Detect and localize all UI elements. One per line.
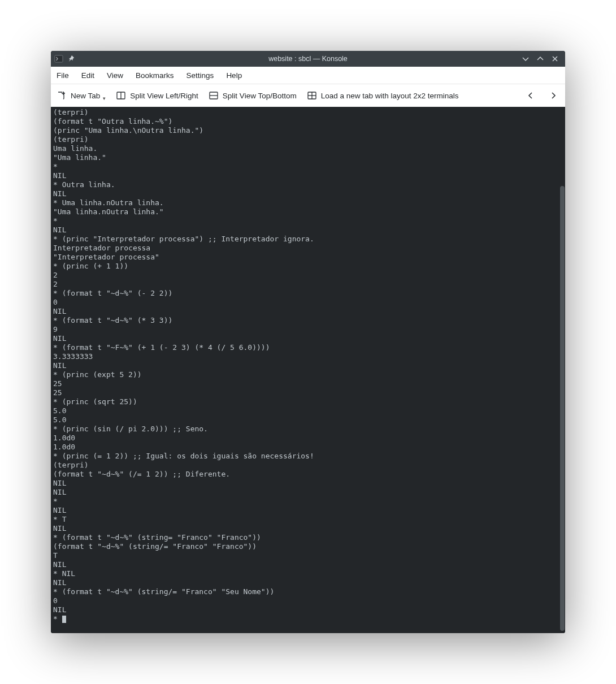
scrollbar-thumb[interactable] bbox=[560, 186, 565, 631]
menu-bookmarks[interactable]: Bookmarks bbox=[136, 71, 174, 80]
load-layout-button[interactable]: Load a new tab with layout 2x2 terminals bbox=[307, 90, 459, 101]
minimize-button[interactable] bbox=[522, 55, 529, 62]
toolbar-forward-button[interactable] bbox=[547, 89, 559, 102]
new-tab-icon bbox=[57, 90, 67, 101]
maximize-button[interactable] bbox=[537, 55, 544, 62]
menubar: File Edit View Bookmarks Settings Help bbox=[51, 67, 565, 84]
split-lr-icon bbox=[116, 90, 126, 101]
scrollbar[interactable] bbox=[559, 107, 565, 633]
split-tb-label: Split View Top/Bottom bbox=[223, 92, 297, 100]
load-layout-label: Load a new tab with layout 2x2 terminals bbox=[321, 92, 459, 100]
new-tab-label: New Tab bbox=[71, 92, 100, 100]
toolbar-back-button[interactable] bbox=[524, 89, 537, 102]
terminal[interactable]: (terpri) (format t "Outra linha.~%") (pr… bbox=[51, 107, 559, 633]
konsole-window: website : sbcl — Konsole File Edit View … bbox=[51, 51, 565, 633]
toolbar: New Tab ▾ Split View Left/Right Split Vi… bbox=[51, 84, 565, 107]
menu-view[interactable]: View bbox=[107, 71, 123, 80]
split-tb-icon bbox=[209, 90, 219, 101]
window-title: website : sbcl — Konsole bbox=[51, 55, 565, 63]
grid-2x2-icon bbox=[307, 90, 317, 101]
split-top-bottom-button[interactable]: Split View Top/Bottom bbox=[209, 90, 297, 101]
terminal-cursor bbox=[62, 616, 66, 623]
menu-file[interactable]: File bbox=[57, 71, 69, 80]
pin-icon[interactable] bbox=[67, 54, 76, 63]
menu-settings[interactable]: Settings bbox=[186, 71, 214, 80]
svg-rect-0 bbox=[55, 55, 63, 62]
split-left-right-button[interactable]: Split View Left/Right bbox=[116, 90, 198, 101]
app-menu-icon[interactable] bbox=[54, 54, 63, 63]
menu-edit[interactable]: Edit bbox=[81, 71, 94, 80]
menu-help[interactable]: Help bbox=[226, 71, 242, 80]
split-lr-label: Split View Left/Right bbox=[130, 92, 198, 100]
close-button[interactable] bbox=[552, 55, 558, 62]
titlebar[interactable]: website : sbcl — Konsole bbox=[51, 51, 565, 67]
new-tab-button[interactable]: New Tab ▾ bbox=[57, 90, 106, 101]
chevron-down-icon: ▾ bbox=[103, 96, 106, 101]
